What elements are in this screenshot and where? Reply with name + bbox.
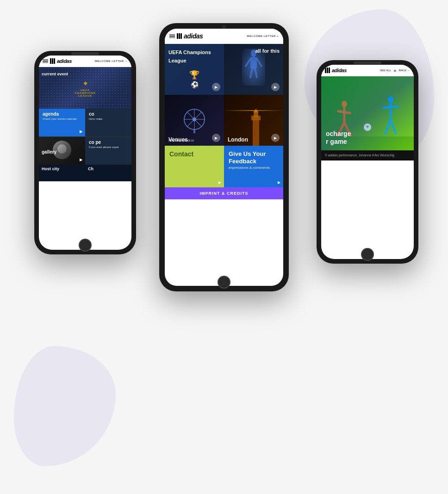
venues-play-btn[interactable]: ▶ [212, 134, 220, 142]
center-main-grid: 🏆 ⚽ UEFA Champions League ▶ [165, 44, 283, 146]
right-nav: SEE ALL ⊞ BACK ← [380, 69, 410, 72]
hero-text-line1: ocharge [326, 130, 351, 137]
svg-line-4 [250, 68, 252, 77]
phone-left-notch [71, 52, 99, 55]
find-checkin-text: Find and check-in [168, 139, 194, 142]
current-event-section: current event ✦ UEFA Champions League [39, 67, 131, 109]
agenda-tile[interactable]: agenda Check your events calendar ▶ [39, 109, 85, 136]
hero-text-line2: r game [326, 138, 347, 145]
feedback-subtitle: impressions & comments [229, 166, 279, 170]
phone-left-screen: adidas WELCOME LETTER → current event ✦ … [39, 56, 131, 250]
right-sub-text: © adidas performance, Johanna d'Arc Wuns… [325, 153, 410, 158]
left-header: adidas WELCOME LETTER → [39, 56, 131, 67]
champions-league-badge: ✦ UEFA Champions League [42, 79, 129, 97]
co-label: co [89, 111, 128, 117]
adidas-stripes-left [50, 58, 55, 64]
contact-arrow: ▶ [218, 180, 221, 185]
hamburger-icon[interactable] [43, 59, 48, 63]
gallery-arrow: ▶ [80, 158, 82, 162]
co-pe-label: co pe [89, 140, 128, 145]
phones-container: adidas WELCOME LETTER → current event ✦ … [25, 23, 423, 463]
ucl-content: UEFA Champions League [168, 48, 224, 64]
co-tile[interactable]: co Here make [85, 109, 131, 136]
phone-center-screen: adidas WELCOME LETTER + 🏆 ⚽ [165, 29, 283, 286]
left-bottom-row: Host city Ch [39, 165, 131, 181]
grid-icon: ⊞ [394, 69, 396, 72]
left-adidas-logo: adidas [43, 58, 72, 64]
london-text: London [228, 136, 248, 143]
right-hero-text: ocharge r game [326, 130, 351, 146]
cl-text-line3: League [78, 94, 92, 97]
adidas-stripes-center [177, 33, 182, 39]
svg-line-3 [257, 59, 261, 66]
allfor-content: all for this [255, 48, 280, 54]
ucl-tile[interactable]: 🏆 ⚽ UEFA Champions League ▶ [165, 44, 224, 95]
feedback-title: Give Us Your Feedback [229, 150, 279, 165]
phone-left: adidas WELCOME LETTER → current event ✦ … [34, 51, 136, 254]
left-gallery-row: gallery ▶ co pe If you want please super [39, 136, 131, 165]
gallery-label: gallery [42, 149, 56, 154]
current-event-label: current event [42, 72, 68, 76]
allfor-play-btn[interactable]: ▶ [271, 83, 280, 91]
svg-rect-12 [193, 130, 195, 133]
phone-center: adidas WELCOME LETTER + 🏆 ⚽ [159, 23, 289, 291]
london-tile[interactable]: London ▶ [224, 95, 283, 146]
phone-right-screen: adidas SEE ALL ⊞ BACK ← [321, 65, 414, 259]
phone-center-camera [222, 25, 226, 29]
contact-tile[interactable]: Contact ▶ [165, 146, 224, 187]
here-make-text: Here make [89, 117, 128, 120]
center-header: adidas WELCOME LETTER + [165, 29, 283, 44]
cl-star-icon: ✦ [82, 79, 88, 88]
right-hero: ocharge r game [321, 76, 414, 150]
ch-tile[interactable]: Ch [85, 165, 131, 181]
adidas-brand-center: adidas [184, 32, 203, 40]
svg-line-5 [255, 68, 257, 77]
imprint-bar[interactable]: IMPRINT & CREDITS [165, 187, 283, 199]
if-you-text: If you want please super [89, 146, 128, 148]
ferris-wheel-icon [180, 106, 208, 134]
host-city-tile[interactable]: Host city [39, 165, 85, 181]
ucl-title: UEFA Champions League [168, 49, 211, 63]
welcome-letter-left[interactable]: WELCOME LETTER → [95, 60, 128, 62]
host-city-label: Host city [42, 167, 59, 171]
phone-right-notch [354, 62, 381, 64]
check-events-text: Check your events calendar [43, 117, 81, 120]
london-play-btn[interactable]: ▶ [271, 134, 280, 142]
back-link[interactable]: BACK ← [399, 69, 410, 72]
svg-rect-1 [250, 57, 257, 68]
phone-left-home [79, 239, 92, 252]
center-contact-row: Contact ▶ Give Us Your Feedback impressi… [165, 146, 283, 187]
ch-label: Ch [88, 167, 93, 171]
svg-marker-16 [254, 109, 258, 112]
all-for-this-label: all for this [255, 48, 280, 54]
right-adidas-logo: adidas [325, 68, 347, 73]
agenda-label: agenda [43, 111, 81, 117]
contact-title: Contact [169, 150, 219, 158]
right-header: adidas SEE ALL ⊞ BACK ← [321, 65, 414, 76]
adidas-brand-left: adidas [57, 58, 72, 64]
adidas-stripes-right [325, 68, 330, 73]
imprint-credits-label: IMPRINT & CREDITS [199, 191, 248, 196]
center-hamburger-icon[interactable] [169, 34, 175, 38]
venues-tile[interactable]: Venues Find and check-in ▶ [165, 95, 224, 146]
allfor-tile[interactable]: all for this ▶ [224, 44, 283, 95]
co-pe-tile[interactable]: co pe If you want please super [85, 137, 131, 165]
phone-right-home [361, 248, 374, 261]
adidas-brand-right: adidas [332, 68, 347, 73]
see-all-link[interactable]: SEE ALL [380, 69, 391, 72]
feedback-arrow: ▶ [278, 180, 280, 185]
agenda-arrow: ▶ [80, 130, 82, 134]
center-adidas-logo: adidas [169, 32, 203, 40]
gallery-tile[interactable]: gallery ▶ [39, 137, 85, 165]
svg-line-2 [246, 59, 250, 66]
welcome-letter-center[interactable]: WELCOME LETTER + [247, 35, 279, 37]
right-content-area: © adidas performance, Johanna d'Arc Wuns… [321, 150, 414, 161]
ucl-play-btn[interactable]: ▶ [212, 83, 220, 91]
left-agenda-row: agenda Check your events calendar ▶ co H… [39, 109, 131, 136]
phone-center-home [218, 276, 230, 289]
feedback-tile[interactable]: Give Us Your Feedback impressions & comm… [224, 146, 283, 187]
phone-right: adidas SEE ALL ⊞ BACK ← [317, 60, 418, 264]
